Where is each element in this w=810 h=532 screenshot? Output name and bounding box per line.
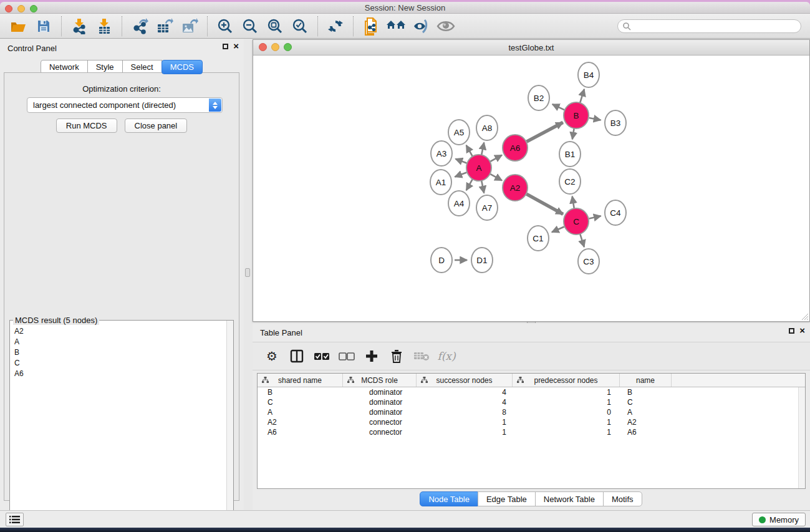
- edge-C-C1[interactable]: [552, 226, 564, 232]
- edge-C-C4[interactable]: [589, 216, 600, 218]
- result-scrollbar[interactable]: [226, 321, 233, 530]
- node-A3[interactable]: A3: [431, 141, 452, 166]
- resize-grip-icon[interactable]: [801, 312, 809, 321]
- edge-A-A4[interactable]: [466, 179, 473, 190]
- minimize-window-button[interactable]: [17, 5, 25, 12]
- table-scrollbar[interactable]: [798, 387, 805, 488]
- column-header-predecessor-nodes[interactable]: predecessor nodes: [513, 374, 620, 387]
- edge-B-B2[interactable]: [552, 104, 564, 110]
- edge-A-A6[interactable]: [490, 155, 502, 162]
- minimize-network-button[interactable]: [271, 43, 279, 51]
- close-panel-icon[interactable]: ×: [233, 42, 239, 50]
- tab-mcds[interactable]: MCDS: [162, 60, 203, 74]
- network-canvas[interactable]: B4B2BB3A8A5A6A3B1AA1C2A2A4A7C4CC1DD1C3: [253, 56, 809, 321]
- add-row-button[interactable]: [364, 348, 380, 364]
- edge-A-A2[interactable]: [490, 174, 502, 180]
- edge-B-B1[interactable]: [572, 128, 574, 140]
- export-table-button[interactable]: [152, 16, 177, 37]
- edge-A6-B[interactable]: [527, 122, 563, 142]
- column-settings-button[interactable]: ⚙: [264, 348, 280, 364]
- import-network-button[interactable]: [67, 16, 92, 37]
- close-table-panel-icon[interactable]: ×: [799, 327, 805, 334]
- refresh-network-button[interactable]: [323, 16, 348, 37]
- node-A4[interactable]: A4: [448, 191, 470, 216]
- import-table-button[interactable]: [92, 16, 117, 37]
- node-C1[interactable]: C1: [528, 226, 549, 251]
- node-C[interactable]: C: [564, 208, 589, 235]
- result-node-item[interactable]: A: [10, 336, 227, 347]
- node-A1[interactable]: A1: [430, 170, 451, 195]
- table-row[interactable]: Bdominator41B: [258, 387, 805, 397]
- memory-button[interactable]: Memory: [752, 513, 806, 526]
- export-network-button[interactable]: [127, 16, 152, 37]
- edge-A-A8[interactable]: [481, 143, 484, 155]
- run-mcds-button[interactable]: Run MCDS: [56, 118, 117, 133]
- zoom-window-button[interactable]: [30, 5, 37, 12]
- open-session-button[interactable]: [6, 16, 31, 37]
- result-node-item[interactable]: B: [10, 347, 227, 357]
- edge-C-C3[interactable]: [580, 234, 584, 247]
- table-row[interactable]: A6connector11A6: [258, 427, 805, 437]
- node-C3[interactable]: C3: [578, 249, 599, 274]
- node-A[interactable]: A: [466, 155, 491, 181]
- tab-edge-table[interactable]: Edge Table: [478, 491, 536, 506]
- delete-table-button[interactable]: [413, 348, 430, 364]
- close-window-button[interactable]: [5, 5, 12, 12]
- node-B1[interactable]: B1: [559, 142, 581, 167]
- edge-A-A1[interactable]: [455, 172, 466, 177]
- node-D1[interactable]: D1: [471, 248, 493, 273]
- node-A2[interactable]: A2: [503, 175, 528, 201]
- optimization-criterion-select[interactable]: largest connected component (directed): [27, 97, 223, 113]
- node-A8[interactable]: A8: [476, 115, 498, 140]
- tab-motifs[interactable]: Motifs: [603, 491, 642, 506]
- network-graph[interactable]: B4B2BB3A8A5A6A3B1AA1C2A2A4A7C4CC1DD1C3: [253, 56, 809, 321]
- zoom-selected-button[interactable]: [287, 16, 312, 37]
- node-A6[interactable]: A6: [503, 135, 528, 161]
- hide-labels-button[interactable]: [408, 16, 433, 37]
- edge-A2-C[interactable]: [526, 194, 563, 214]
- tab-network-table[interactable]: Network Table: [535, 491, 604, 506]
- result-node-item[interactable]: A2: [10, 326, 227, 336]
- node-B[interactable]: B: [564, 102, 589, 128]
- show-columns-button[interactable]: [289, 348, 305, 364]
- network-window-titlebar[interactable]: testGlobe.txt: [253, 40, 809, 56]
- edge-B-B4[interactable]: [580, 89, 584, 103]
- node-table[interactable]: shared nameMCDS rolesuccessor nodesprede…: [257, 373, 806, 489]
- table-row[interactable]: Cdominator41C: [258, 397, 805, 407]
- function-builder-button[interactable]: f(x): [438, 348, 455, 364]
- result-node-item[interactable]: C: [10, 357, 227, 368]
- vertical-divider-handle[interactable]: [245, 268, 250, 277]
- close-panel-button[interactable]: Close panel: [125, 118, 188, 133]
- float-panel-icon[interactable]: [223, 44, 228, 49]
- node-B3[interactable]: B3: [605, 110, 626, 135]
- edge-A-A7[interactable]: [481, 181, 484, 193]
- tab-node-table[interactable]: Node Table: [420, 491, 478, 506]
- node-B4[interactable]: B4: [578, 62, 599, 87]
- node-D[interactable]: D: [431, 248, 452, 273]
- column-header-name[interactable]: name: [620, 374, 672, 387]
- toggle-graphics-details-button[interactable]: [433, 16, 458, 37]
- column-header-shared-name[interactable]: shared name: [258, 374, 343, 387]
- show-all-networks-button[interactable]: [383, 16, 408, 37]
- node-C4[interactable]: C4: [605, 200, 626, 225]
- result-node-item[interactable]: A6: [10, 368, 227, 379]
- export-image-button[interactable]: [177, 16, 202, 37]
- search-input[interactable]: [617, 19, 801, 33]
- zoom-network-button[interactable]: [284, 43, 292, 51]
- task-history-button[interactable]: [6, 513, 24, 526]
- node-A7[interactable]: A7: [476, 195, 498, 220]
- node-C2[interactable]: C2: [559, 169, 581, 194]
- save-session-button[interactable]: [31, 16, 56, 37]
- table-row[interactable]: A2connector11A2: [258, 417, 805, 427]
- node-B2[interactable]: B2: [528, 85, 549, 110]
- deselect-all-button[interactable]: [339, 348, 355, 364]
- float-table-panel-icon[interactable]: [789, 328, 794, 334]
- select-all-button[interactable]: [314, 348, 330, 364]
- edge-A-A5[interactable]: [466, 145, 473, 157]
- column-header-successor-nodes[interactable]: successor nodes: [417, 374, 513, 387]
- column-header-MCDS-role[interactable]: MCDS role: [343, 374, 417, 387]
- node-A5[interactable]: A5: [448, 120, 470, 145]
- zoom-fit-button[interactable]: [263, 16, 287, 37]
- edge-B-B3[interactable]: [589, 118, 601, 120]
- clone-network-button[interactable]: [359, 16, 383, 37]
